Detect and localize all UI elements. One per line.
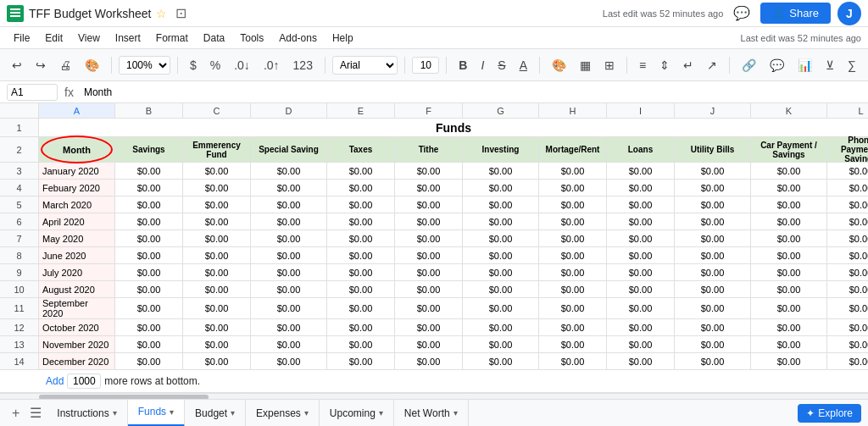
cell-data[interactable]: $0.00 (183, 196, 251, 213)
cell-data[interactable]: $0.00 (607, 180, 675, 196)
cell-data[interactable]: $0.00 (115, 281, 183, 297)
cell-data[interactable]: $0.00 (827, 213, 868, 230)
formula-input[interactable] (81, 85, 861, 100)
cell-data[interactable]: $0.00 (675, 230, 751, 246)
tab-instructions[interactable]: Instructions ▾ (47, 400, 127, 427)
cell-data[interactable]: $0.00 (395, 298, 463, 318)
strikethrough-button[interactable]: S (492, 55, 510, 75)
cell-data[interactable]: $0.00 (463, 247, 539, 263)
user-avatar[interactable]: J (837, 2, 861, 25)
cell-data[interactable]: $0.00 (607, 264, 675, 280)
cell-data[interactable]: $0.00 (539, 230, 607, 246)
cell-data[interactable]: $0.00 (251, 247, 327, 263)
cell-data[interactable]: $0.00 (827, 230, 868, 246)
cell-data[interactable]: $0.00 (183, 319, 251, 335)
cell-data[interactable]: $0.00 (539, 247, 607, 263)
cell-data[interactable]: $0.00 (827, 264, 868, 280)
col-header-l[interactable]: L (827, 103, 868, 118)
decimal-inc-button[interactable]: .0↑ (259, 55, 285, 75)
header-phone-payment[interactable]: Phone Payment / Savings (827, 137, 868, 162)
cell-data[interactable]: $0.00 (183, 180, 251, 196)
cell-data[interactable]: $0.00 (115, 213, 183, 230)
cell-data[interactable]: $0.00 (327, 281, 395, 297)
menu-tools[interactable]: Tools (233, 30, 270, 46)
cell-data[interactable]: $0.00 (183, 213, 251, 230)
cell-data[interactable]: $0.00 (751, 163, 827, 179)
cell-month-3[interactable]: January 2020 (39, 163, 115, 179)
font-size-input[interactable] (412, 57, 439, 74)
cell-data[interactable]: $0.00 (675, 196, 751, 213)
cell-data[interactable]: $0.00 (827, 353, 868, 369)
add-sheet-button[interactable]: + (7, 402, 25, 424)
col-header-f[interactable]: F (395, 103, 463, 118)
cell-data[interactable]: $0.00 (327, 298, 395, 318)
cell-data[interactable]: $0.00 (395, 264, 463, 280)
col-header-j[interactable]: J (675, 103, 751, 118)
cell-data[interactable]: $0.00 (751, 213, 827, 230)
fill-color-button[interactable]: 🎨 (547, 55, 571, 75)
link-button[interactable]: 🔗 (737, 55, 761, 75)
cell-data[interactable]: $0.00 (539, 213, 607, 230)
cell-data[interactable]: $0.00 (675, 247, 751, 263)
cell-data[interactable]: $0.00 (827, 281, 868, 297)
cell-data[interactable]: $0.00 (327, 163, 395, 179)
funds-header[interactable]: Funds (39, 119, 868, 136)
cell-data[interactable]: $0.00 (251, 353, 327, 369)
italic-button[interactable]: I (476, 55, 489, 75)
menu-help[interactable]: Help (326, 30, 360, 46)
menu-format[interactable]: Format (149, 30, 195, 46)
cell-data[interactable]: $0.00 (607, 163, 675, 179)
cell-data[interactable]: $0.00 (183, 264, 251, 280)
cell-month-5[interactable]: March 2020 (39, 196, 115, 213)
cell-data[interactable]: $0.00 (251, 336, 327, 352)
border-button[interactable]: ▦ (575, 55, 596, 75)
cell-data[interactable]: $0.00 (327, 196, 395, 213)
valign-button[interactable]: ⇕ (654, 55, 675, 75)
cell-data[interactable]: $0.00 (463, 281, 539, 297)
cell-data[interactable]: $0.00 (395, 336, 463, 352)
cell-data[interactable]: $0.00 (827, 336, 868, 352)
cell-data[interactable]: $0.00 (115, 247, 183, 263)
menu-view[interactable]: View (71, 30, 107, 46)
col-header-h[interactable]: H (539, 103, 607, 118)
cell-data[interactable]: $0.00 (607, 281, 675, 297)
cell-data[interactable]: $0.00 (463, 298, 539, 318)
cell-data[interactable]: $0.00 (751, 196, 827, 213)
share-button[interactable]: 👤 Share (760, 3, 831, 24)
redo-button[interactable]: ↪ (31, 55, 51, 75)
cell-data[interactable]: $0.00 (327, 180, 395, 196)
col-header-i[interactable]: I (607, 103, 675, 118)
cell-data[interactable]: $0.00 (327, 213, 395, 230)
cell-month-11[interactable]: September 2020 (39, 298, 115, 318)
cell-data[interactable]: $0.00 (395, 353, 463, 369)
cell-data[interactable]: $0.00 (675, 180, 751, 196)
cell-data[interactable]: $0.00 (463, 336, 539, 352)
cell-data[interactable]: $0.00 (251, 264, 327, 280)
cell-data[interactable]: $0.00 (115, 264, 183, 280)
cell-data[interactable]: $0.00 (115, 180, 183, 196)
col-header-g[interactable]: G (463, 103, 539, 118)
cell-data[interactable]: $0.00 (539, 264, 607, 280)
cell-data[interactable]: $0.00 (607, 196, 675, 213)
cell-data[interactable]: $0.00 (395, 163, 463, 179)
header-month[interactable]: Month (39, 137, 115, 162)
cell-data[interactable]: $0.00 (607, 230, 675, 246)
comments-icon[interactable]: 💬 (730, 2, 754, 25)
tab-net-worth[interactable]: Net Worth ▾ (394, 400, 469, 427)
menu-data[interactable]: Data (197, 30, 231, 46)
cell-data[interactable]: $0.00 (751, 180, 827, 196)
star-icon[interactable]: ☆ (156, 7, 167, 20)
cell-data[interactable]: $0.00 (115, 196, 183, 213)
col-header-e[interactable]: E (327, 103, 395, 118)
cell-data[interactable]: $0.00 (607, 298, 675, 318)
function-button[interactable]: ∑ (843, 55, 861, 75)
header-taxes[interactable]: Taxes (327, 137, 395, 162)
cell-data[interactable]: $0.00 (539, 180, 607, 196)
cell-data[interactable]: $0.00 (327, 353, 395, 369)
cell-data[interactable]: $0.00 (751, 264, 827, 280)
cell-month-10[interactable]: August 2020 (39, 281, 115, 297)
menu-edit[interactable]: Edit (38, 30, 70, 46)
cell-data[interactable]: $0.00 (827, 196, 868, 213)
print-button[interactable]: 🖨 (54, 55, 76, 75)
cell-month-7[interactable]: May 2020 (39, 230, 115, 246)
